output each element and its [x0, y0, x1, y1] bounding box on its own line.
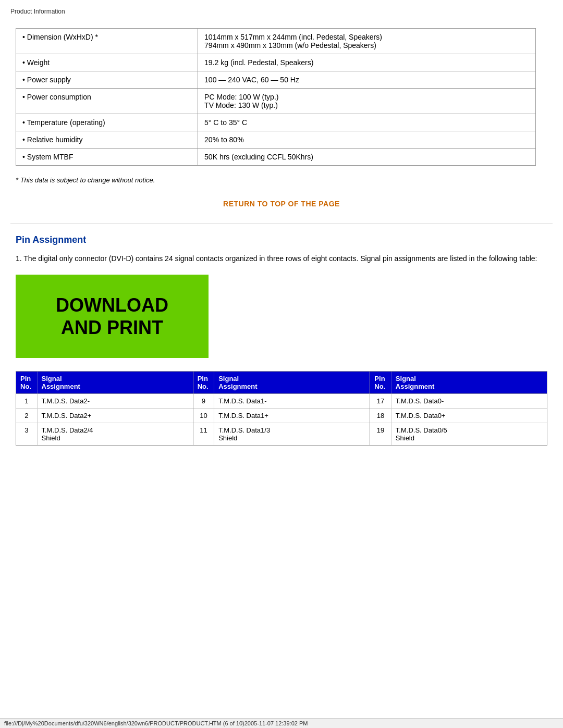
- pin-signal: T.M.D.S. Data1/3Shield: [214, 423, 370, 446]
- spec-label: • Relative humidity: [16, 131, 198, 149]
- download-print-label: DOWNLOADAND PRINT: [56, 294, 168, 339]
- spec-value: PC Mode: 100 W (typ.)TV Mode: 130 W (typ…: [198, 89, 536, 114]
- spec-row: • Relative humidity20% to 80%: [16, 131, 536, 149]
- pin-row: 10T.M.D.S. Data1+: [193, 409, 370, 423]
- pin-table-1: PinNo. SignalAssignment 1T.M.D.S. Data2-…: [16, 371, 193, 446]
- spec-value: 50K hrs (excluding CCFL 50Khrs): [198, 149, 536, 166]
- pin-number: 1: [16, 394, 37, 409]
- pin-signal: T.M.D.S. Data0/5Shield: [391, 423, 547, 446]
- footnote: * This data is subject to change without…: [16, 176, 553, 184]
- spec-value: 5° C to 35° C: [198, 114, 536, 131]
- spec-row: • Power consumptionPC Mode: 100 W (typ.)…: [16, 89, 536, 114]
- pin-assignment-title: Pin Assignment: [16, 235, 553, 245]
- pin-table2-header-signal: SignalAssignment: [214, 372, 370, 394]
- return-link-container: RETURN TO TOP OF THE PAGE: [10, 200, 553, 208]
- pin-table3-header-pin: PinNo.: [370, 372, 391, 394]
- pin-table-2: PinNo. SignalAssignment 9T.M.D.S. Data1-…: [193, 371, 371, 446]
- spec-label: • Temperature (operating): [16, 114, 198, 131]
- pin-number: 17: [370, 394, 391, 409]
- section-divider: [10, 224, 553, 224]
- pin-signal: T.M.D.S. Data2+: [37, 409, 193, 423]
- pin-number: 19: [370, 423, 391, 446]
- pin-table3-header-signal: SignalAssignment: [391, 372, 547, 394]
- pin-row: 18T.M.D.S. Data0+: [370, 409, 547, 423]
- pin-row: 19T.M.D.S. Data0/5Shield: [370, 423, 547, 446]
- download-print-box[interactable]: DOWNLOADAND PRINT: [16, 275, 209, 358]
- spec-label: • Power consumption: [16, 89, 198, 114]
- spec-row: • Temperature (operating)5° C to 35° C: [16, 114, 536, 131]
- pin-table2-header-pin: PinNo.: [193, 372, 214, 394]
- pin-number: 18: [370, 409, 391, 423]
- pin-row: 2T.M.D.S. Data2+: [16, 409, 193, 423]
- breadcrumb: Product Information: [10, 5, 553, 18]
- status-bar: file:///D|/My%20Documents/dfu/320WN6/eng…: [0, 718, 563, 728]
- spec-value: 1014mm x 517mm x 244mm (incl. Pedestal, …: [198, 29, 536, 54]
- pin-signal: T.M.D.S. Data0-: [391, 394, 547, 409]
- pin-number: 9: [193, 394, 214, 409]
- pin-row: 17T.M.D.S. Data0-: [370, 394, 547, 409]
- spec-value: 20% to 80%: [198, 131, 536, 149]
- pin-number: 11: [193, 423, 214, 446]
- pin-number: 2: [16, 409, 37, 423]
- spec-label: • System MTBF: [16, 149, 198, 166]
- spec-row: • System MTBF50K hrs (excluding CCFL 50K…: [16, 149, 536, 166]
- spec-label: • Power supply: [16, 71, 198, 89]
- spec-value: 19.2 kg (incl. Pedestal, Speakers): [198, 54, 536, 71]
- pin-table-3: PinNo. SignalAssignment 17T.M.D.S. Data0…: [370, 371, 547, 446]
- return-to-top-link[interactable]: RETURN TO TOP OF THE PAGE: [223, 200, 340, 208]
- pin-signal: T.M.D.S. Data2/4Shield: [37, 423, 193, 446]
- pin-number: 3: [16, 423, 37, 446]
- pin-row: 3T.M.D.S. Data2/4Shield: [16, 423, 193, 446]
- pin-table1-header-pin: PinNo.: [16, 372, 37, 394]
- pin-tables-container: PinNo. SignalAssignment 1T.M.D.S. Data2-…: [16, 371, 547, 446]
- pin-row: 9T.M.D.S. Data1-: [193, 394, 370, 409]
- pin-signal: T.M.D.S. Data0+: [391, 409, 547, 423]
- spec-row: • Dimension (WxHxD) *1014mm x 517mm x 24…: [16, 29, 536, 54]
- spec-row: • Power supply100 — 240 VAC, 60 — 50 Hz: [16, 71, 536, 89]
- spec-row: • Weight19.2 kg (incl. Pedestal, Speaker…: [16, 54, 536, 71]
- pin-signal: T.M.D.S. Data1+: [214, 409, 370, 423]
- pin-number: 10: [193, 409, 214, 423]
- spec-label: • Dimension (WxHxD) *: [16, 29, 198, 54]
- spec-value: 100 — 240 VAC, 60 — 50 Hz: [198, 71, 536, 89]
- spec-label: • Weight: [16, 54, 198, 71]
- pin-row: 11T.M.D.S. Data1/3Shield: [193, 423, 370, 446]
- pin-description: 1. The digital only connector (DVI-D) co…: [16, 253, 547, 264]
- pin-table1-header-signal: SignalAssignment: [37, 372, 193, 394]
- specs-table: • Dimension (WxHxD) *1014mm x 517mm x 24…: [16, 28, 536, 166]
- pin-signal: T.M.D.S. Data2-: [37, 394, 193, 409]
- pin-row: 1T.M.D.S. Data2-: [16, 394, 193, 409]
- pin-signal: T.M.D.S. Data1-: [214, 394, 370, 409]
